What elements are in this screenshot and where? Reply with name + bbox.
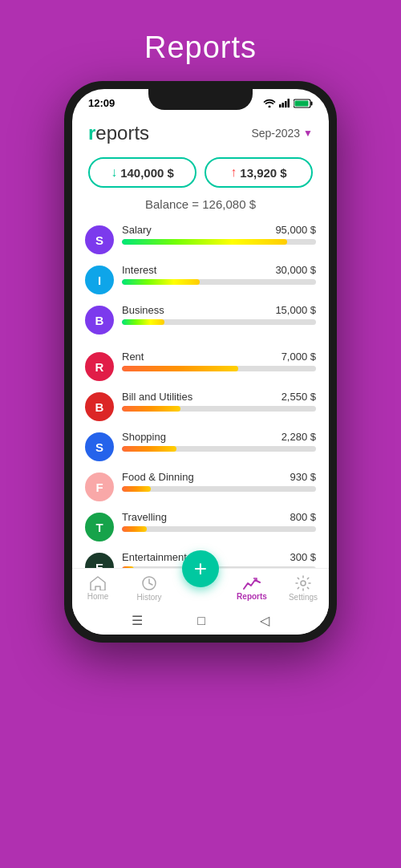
category-amount: 930 $ [290,471,316,483]
progress-bar-fill [122,486,151,492]
phone-frame: 12:09 [64,81,337,643]
category-avatar: E [85,553,114,568]
category-name-row: Bill and Utilities 2,550 $ [122,391,316,403]
square-icon: □ [197,614,205,628]
status-time: 12:09 [88,97,115,109]
category-info: Food & Dinning 930 $ [122,471,316,492]
category-info: Rent 7,000 $ [122,351,316,371]
section-separator [85,339,316,346]
expense-amount: 13,920 $ [240,166,286,180]
settings-icon [295,575,311,591]
date-selector[interactable]: Sep-2023 ▼ [251,127,313,140]
gesture-bar: ☰ □ ◁ [72,606,329,635]
list-item: F Food & Dinning 930 $ [85,466,316,506]
history-icon [141,575,157,591]
category-avatar: B [85,306,114,335]
category-avatar: S [85,432,114,461]
progress-bar-bg [122,486,316,492]
category-name: Bill and Utilities [122,391,192,403]
category-info: Salary 95,000 $ [122,224,316,245]
fab-plus-icon: + [194,556,207,582]
category-name-row: Interest 30,000 $ [122,264,316,276]
progress-bar-bg [122,446,316,452]
progress-bar-bg [122,279,316,285]
category-name: Entertainment [122,551,187,563]
category-name-row: Business 15,000 $ [122,304,316,316]
category-amount: 95,000 $ [275,224,316,236]
income-button[interactable]: ↓ 140,000 $ [88,157,196,188]
progress-bar-bg [122,406,316,412]
category-info: Travelling 800 $ [122,511,316,532]
list-item: S Shopping 2,280 $ [85,426,316,466]
category-amount: 300 $ [290,551,316,563]
nav-home[interactable]: Home [76,576,120,601]
category-name: Shopping [122,431,166,443]
list-item: T Travelling 800 $ [85,506,316,546]
progress-bar-bg [122,239,316,245]
category-name: Business [122,304,164,316]
category-name-row: Shopping 2,280 $ [122,431,316,443]
list-item: S Salary 95,000 $ [85,219,316,259]
balance-row: Balance = 126,080 $ [72,194,329,219]
nav-history[interactable]: History [128,575,172,602]
category-name-row: Food & Dinning 930 $ [122,471,316,483]
category-amount: 7,000 $ [282,351,316,363]
progress-bar-bg [122,526,316,532]
category-avatar: R [85,352,114,381]
title-rest: eports [95,122,149,144]
svg-point-9 [301,581,306,586]
status-icons [263,99,313,108]
svg-rect-1 [279,104,282,107]
svg-rect-6 [311,101,313,105]
progress-bar-fill [122,319,164,325]
home-icon [90,576,106,590]
svg-rect-7 [295,100,309,106]
category-info: Bill and Utilities 2,550 $ [122,391,316,412]
category-name-row: Entertainment 300 $ [122,551,316,563]
category-name: Rent [122,351,144,363]
list-item: I Interest 30,000 $ [85,259,316,299]
category-name: Food & Dinning [122,471,194,483]
category-amount: 2,280 $ [282,431,316,443]
expense-button[interactable]: ↑ 13,920 $ [205,157,313,188]
notch [148,89,253,110]
list-item: B Business 15,000 $ [85,299,316,339]
list-item: B Bill and Utilities 2,550 $ [85,386,316,426]
category-name: Interest [122,264,156,276]
category-avatar: S [85,225,114,254]
svg-point-0 [269,106,271,108]
category-info: Interest 30,000 $ [122,264,316,285]
hamburger-icon: ☰ [132,613,143,628]
app-title: reports [88,122,149,144]
title-r: r [88,122,95,144]
svg-rect-4 [288,99,290,107]
svg-rect-3 [285,101,287,107]
balance-label: Balance = 126,080 $ [145,197,256,211]
nav-reports[interactable]: Reports [230,576,274,601]
signal-icon [279,99,290,107]
list-item: R Rent 7,000 $ [85,346,316,386]
fab-button[interactable]: + [182,550,219,587]
income-arrow-icon: ↓ [111,165,117,180]
category-amount: 15,000 $ [275,304,316,316]
category-amount: 2,550 $ [282,391,316,403]
category-amount: 30,000 $ [275,264,316,276]
wifi-icon [263,99,276,107]
svg-rect-2 [282,103,285,107]
nav-reports-label: Reports [237,592,267,601]
phone-screen: 12:09 [72,89,329,635]
expense-arrow-icon: ↑ [230,165,237,180]
battery-icon [294,99,313,108]
dropdown-arrow-icon: ▼ [303,128,313,139]
category-avatar: T [85,513,114,541]
date-label: Sep-2023 [251,127,300,140]
progress-bar-fill [122,526,147,532]
progress-bar-bg [122,366,316,371]
nav-settings[interactable]: Settings [282,575,326,602]
progress-bar-fill [122,366,238,371]
category-name: Travelling [122,511,167,523]
category-name-row: Salary 95,000 $ [122,224,316,236]
nav-settings-label: Settings [289,593,318,602]
triangle-icon: ◁ [260,613,269,628]
page-title: Reports [144,30,257,65]
